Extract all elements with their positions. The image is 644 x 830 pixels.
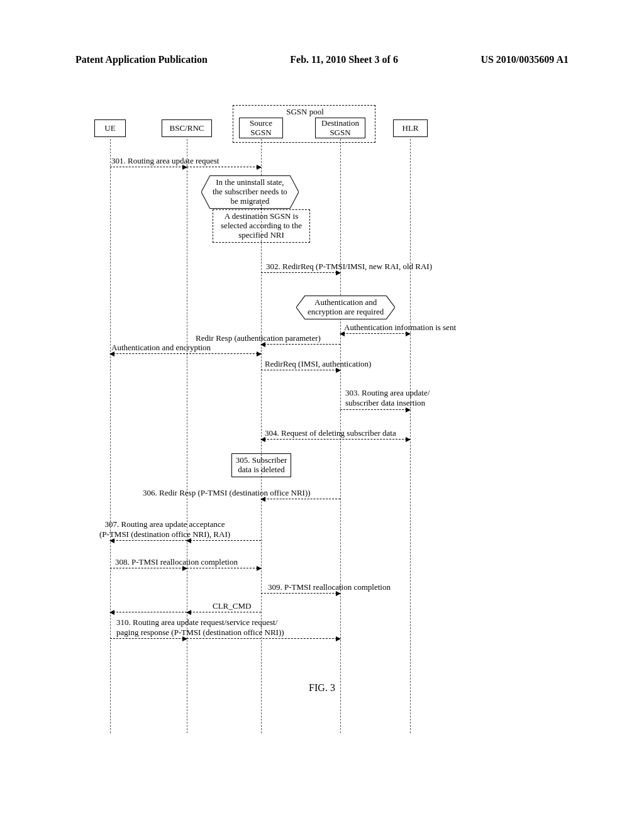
page-header: Patent Application Publication Feb. 11, … — [0, 54, 644, 65]
m301-label: 301. Routing area update request — [111, 156, 219, 166]
m307-arrow-seg1 — [187, 540, 261, 541]
clr-cmd-label: CLR_CMD — [213, 601, 251, 611]
clr-cmd-arrow-seg2 — [110, 612, 187, 613]
sequence-diagram: SGSN pool UE BSC/RNC Source SGSN Destina… — [97, 110, 437, 720]
m307-arrow-seg2 — [110, 540, 187, 541]
dest-sgsn-label: Destination SGSN — [321, 119, 359, 137]
m308-label: 308. P-TMSI reallocation completion — [115, 557, 238, 567]
m304-label: 304. Request of deleting subscriber data — [265, 428, 396, 438]
bsc-rnc-label: BSC/RNC — [170, 123, 204, 133]
publication-type: Patent Application Publication — [75, 54, 208, 65]
m308-arrow-seg2 — [187, 568, 261, 569]
m301-arrow-seg2 — [187, 167, 261, 168]
redir-resp-auth-arrow — [261, 344, 340, 345]
m303-arrow — [340, 409, 410, 411]
sgsn-pool-label: SGSN pool — [274, 107, 336, 117]
redir-req-imsi-arrow — [261, 370, 340, 371]
auth-enc-arrow — [110, 353, 261, 355]
m302-arrow — [261, 272, 340, 274]
m301-arrow-seg1 — [110, 167, 187, 168]
redir-resp-auth-label: Redir Resp (authentication parameter) — [196, 333, 321, 343]
m310-arrow-seg1 — [110, 638, 187, 639]
m310-arrow-seg2 — [187, 638, 340, 639]
figure-label: FIG. 3 — [0, 682, 644, 694]
m306-label: 306. Redir Resp (P-TMSI (destination off… — [143, 488, 311, 498]
m310-label: 310. Routing area update request/service… — [116, 617, 284, 638]
dest-sgsn-box: Destination SGSN — [315, 118, 365, 138]
auth-info-arrow — [340, 333, 410, 335]
ue-lifeline — [110, 139, 111, 733]
m306-arrow — [261, 499, 340, 500]
m309-label: 309. P-TMSI reallocation completion — [268, 582, 391, 592]
note-auth-required-text: Authentication and encryption are requir… — [305, 296, 386, 319]
redir-req-imsi-label: RedirReq (IMSI, authentication) — [265, 359, 371, 369]
publication-number: US 2010/0035609 A1 — [480, 54, 569, 65]
m307-label: 307. Routing area update acceptance (P-T… — [99, 519, 230, 540]
hlr-lifeline — [410, 139, 411, 733]
ue-box: UE — [94, 119, 126, 137]
note-uninstall-text: In the uninstall state, the subscriber n… — [210, 175, 290, 209]
m309-arrow — [261, 593, 340, 594]
bsc-rnc-lifeline — [187, 139, 188, 733]
note-uninstall: In the uninstall state, the subscriber n… — [201, 175, 299, 209]
m303-label: 303. Routing area update/ subscriber dat… — [345, 388, 430, 408]
bsc-rnc-box: BSC/RNC — [162, 119, 212, 137]
m304-arrow — [261, 439, 410, 440]
date-sheet: Feb. 11, 2010 Sheet 3 of 6 — [290, 54, 398, 65]
m302-label: 302. RedirReq (P-TMSI/IMSI, new RAI, old… — [266, 262, 432, 272]
ue-label: UE — [104, 123, 115, 133]
connector-1 — [261, 204, 262, 209]
note-auth-required: Authentication and encryption are requir… — [296, 296, 395, 319]
m308-arrow-seg1 — [110, 568, 187, 569]
hlr-label: HLR — [402, 123, 419, 133]
auth-enc-label: Authentication and encryption — [111, 343, 211, 353]
source-sgsn-box: Source SGSN — [239, 118, 283, 138]
auth-info-label: Authentication information is sent — [344, 323, 456, 333]
hlr-box: HLR — [393, 119, 428, 137]
note-305: 305. Subscriber data is deleted — [231, 453, 291, 477]
clr-cmd-arrow-seg1 — [187, 612, 261, 613]
source-sgsn-label: Source SGSN — [250, 119, 272, 137]
note-select-dest: A destination SGSN is selected according… — [213, 209, 310, 243]
